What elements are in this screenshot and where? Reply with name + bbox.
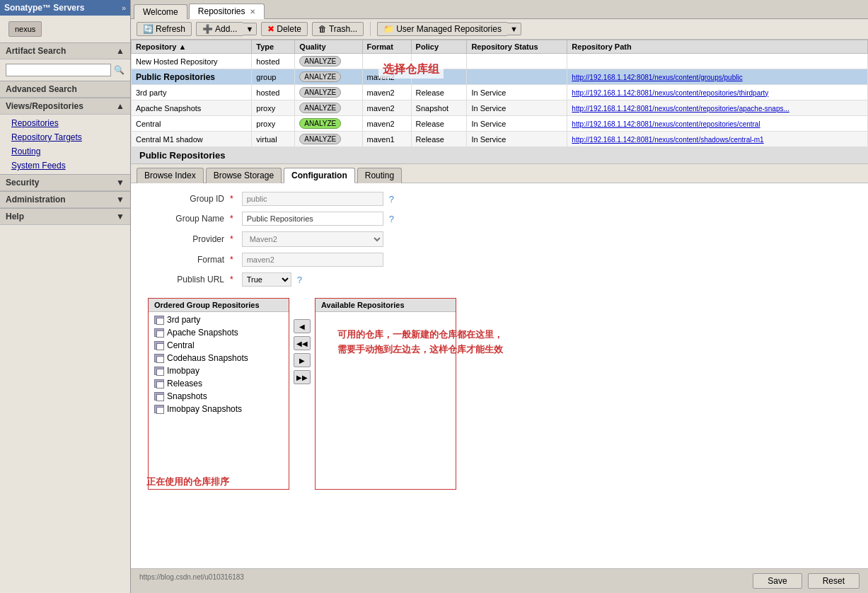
add-button[interactable]: ➕ Add...: [196, 22, 243, 36]
cell-quality: ANALYZE: [295, 100, 362, 116]
cell-format: maven2: [362, 100, 411, 116]
analyze-button[interactable]: ANALYZE: [299, 56, 341, 67]
section-expand-icon: ▲: [116, 101, 125, 111]
repo-table-container: Repository ▲ Type Quality Format Policy …: [131, 40, 868, 147]
col-type: Type: [252, 40, 295, 54]
user-managed-button[interactable]: 📁 User Managed Repositories: [377, 22, 507, 36]
help-header[interactable]: Help ▼: [0, 209, 130, 225]
col-status: Repository Status: [467, 40, 567, 54]
table-row[interactable]: New Hosted Repository hosted ANALYZE: [132, 54, 868, 69]
list-item[interactable]: Apache Snapshots: [149, 326, 289, 339]
list-item[interactable]: Imobpay: [149, 364, 289, 377]
list-item[interactable]: 3rd party: [149, 313, 289, 326]
path-link[interactable]: http://192.168.1.142:8081/nexus/content/…: [572, 89, 768, 97]
save-button[interactable]: Save: [753, 573, 802, 589]
table-row[interactable]: Apache Snapshots proxy ANALYZE maven2 Sn…: [132, 100, 868, 116]
tab-configuration[interactable]: Configuration: [284, 168, 355, 183]
path-link[interactable]: http://192.168.1.142:8081/nexus/content/…: [572, 105, 789, 113]
list-item-label: Central: [167, 340, 195, 350]
search-input[interactable]: [6, 64, 111, 76]
list-item[interactable]: Imobpay Snapshots: [149, 403, 289, 415]
security-header[interactable]: Security ▼: [0, 175, 130, 191]
cell-policy: [411, 54, 467, 69]
group-id-input[interactable]: [242, 192, 383, 206]
user-managed-dropdown[interactable]: ▼: [507, 23, 521, 35]
help-arrow-icon: ▼: [116, 212, 125, 221]
cell-policy: Snapshot: [411, 100, 467, 116]
group-id-row: Group ID * ?: [139, 192, 860, 206]
cell-format: maven2: [362, 116, 411, 132]
cell-format: maven2: [362, 69, 411, 85]
required-icon: *: [230, 234, 233, 244]
search-box-wrap: 🔍: [0, 61, 130, 79]
group-name-input[interactable]: [242, 212, 383, 226]
cell-status: In Service: [467, 85, 567, 100]
analyze-button[interactable]: ANALYZE: [299, 118, 341, 129]
section-arrow-icon: ▲: [116, 46, 125, 56]
tab-repositories[interactable]: Repositories ✕: [189, 4, 265, 19]
table-row[interactable]: 3rd party hosted ANALYZE maven2 Release …: [132, 85, 868, 100]
provider-select[interactable]: Maven2: [242, 231, 383, 247]
analyze-button[interactable]: ANALYZE: [299, 103, 341, 113]
detail-tabs: Browse Index Browse Storage Configuratio…: [131, 164, 868, 183]
add-icon: ➕: [202, 24, 213, 34]
sidebar: Sonatype™ Servers » nexus Artifact Searc…: [0, 0, 131, 593]
analyze-button[interactable]: ANALYZE: [299, 87, 341, 98]
cell-status: In Service: [467, 132, 567, 147]
table-row[interactable]: Central M1 shadow virtual ANALYZE maven1…: [132, 132, 868, 147]
trash-icon: 🗑: [318, 24, 327, 34]
list-item[interactable]: Central: [149, 339, 289, 352]
table-row[interactable]: Public Repositories group ANALYZE maven2…: [132, 69, 868, 85]
group-id-label: Group ID: [139, 194, 224, 204]
format-input: [242, 253, 383, 267]
delete-button[interactable]: ✖ Delete: [261, 22, 308, 36]
move-all-left-button[interactable]: ◀◀: [294, 336, 311, 350]
collapse-icon[interactable]: »: [122, 4, 126, 12]
tab-routing[interactable]: Routing: [357, 168, 402, 183]
server-item[interactable]: nexus: [8, 21, 42, 37]
move-all-right-button[interactable]: ▶▶: [294, 370, 311, 384]
refresh-button[interactable]: 🔄 Refresh: [137, 22, 192, 36]
publish-url-row: Publish URL * True False ?: [139, 272, 860, 287]
group-name-help-icon[interactable]: ?: [389, 214, 394, 224]
provider-label: Provider: [139, 234, 224, 244]
cell-path: http://192.168.1.142:8081/nexus/content/…: [567, 100, 868, 116]
publish-url-help-icon[interactable]: ?: [297, 275, 302, 285]
tab-close-icon[interactable]: ✕: [250, 8, 255, 16]
trash-button[interactable]: 🗑 Trash...: [312, 22, 364, 36]
path-link[interactable]: http://192.168.1.142:8081/nexus/content/…: [572, 120, 760, 128]
sidebar-item-repo-targets[interactable]: Repository Targets: [0, 130, 130, 144]
artifact-search-header[interactable]: Artifact Search ▲: [0, 43, 130, 59]
group-name-label: Group Name: [139, 214, 224, 224]
analyze-button[interactable]: ANALYZE: [299, 134, 341, 144]
list-item[interactable]: Releases: [149, 377, 289, 390]
sidebar-header: Sonatype™ Servers »: [0, 0, 130, 16]
sidebar-item-repositories[interactable]: Repositories: [0, 116, 130, 130]
path-link[interactable]: http://192.168.1.142:8081/nexus/content/…: [572, 136, 763, 144]
sidebar-item-routing[interactable]: Routing: [0, 144, 130, 159]
tab-browse-storage[interactable]: Browse Storage: [206, 168, 282, 183]
tab-welcome[interactable]: Welcome: [134, 4, 187, 19]
list-item[interactable]: Codehaus Snapshots: [149, 352, 289, 364]
move-left-button[interactable]: ◀: [294, 319, 311, 333]
detail-content: Group ID * ? Group Name * ? Provider * M…: [131, 183, 868, 568]
list-item[interactable]: Snapshots: [149, 390, 289, 403]
tab-routing-label: Routing: [365, 171, 394, 180]
tab-browse-index[interactable]: Browse Index: [137, 168, 204, 183]
path-link[interactable]: http://192.168.1.142:8081/nexus/content/…: [572, 74, 742, 81]
analyze-button[interactable]: ANALYZE: [299, 71, 341, 82]
sidebar-item-system-feeds[interactable]: System Feeds: [0, 159, 130, 173]
move-right-button[interactable]: ▶: [294, 353, 311, 367]
search-button[interactable]: 🔍: [114, 65, 125, 75]
views-repos-header[interactable]: Views/Repositories ▲: [0, 98, 130, 115]
cell-name: 3rd party: [132, 85, 252, 100]
advanced-search-header[interactable]: Advanced Search: [0, 81, 130, 98]
publish-url-select[interactable]: True False: [242, 272, 291, 287]
table-row[interactable]: Central proxy ANALYZE maven2 Release In …: [132, 116, 868, 132]
cell-format: [362, 54, 411, 69]
group-id-help-icon[interactable]: ?: [389, 194, 394, 205]
cell-policy: Release: [411, 85, 467, 100]
reset-button[interactable]: Reset: [808, 573, 860, 589]
add-dropdown-button[interactable]: ▼: [243, 23, 257, 35]
administration-header[interactable]: Administration ▼: [0, 192, 130, 208]
